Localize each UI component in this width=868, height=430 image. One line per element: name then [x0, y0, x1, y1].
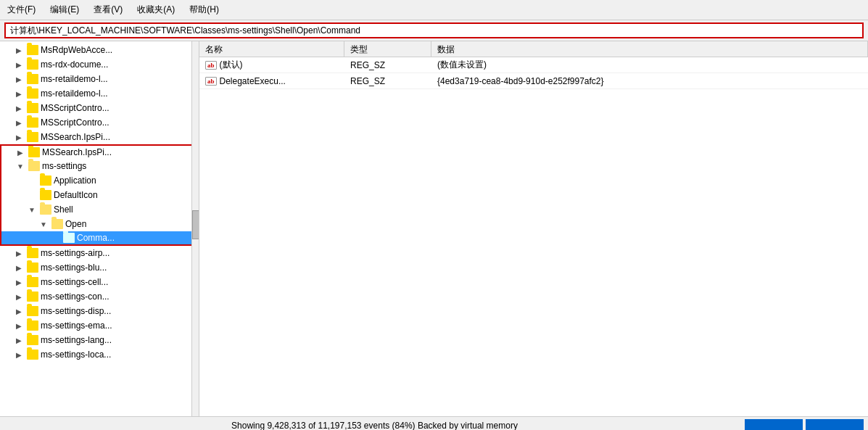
folder-icon [27, 117, 38, 128]
expand-btn-shell[interactable]: ▼ [26, 204, 38, 215]
tree-item-cell[interactable]: ▶ ms-settings-cell... [0, 275, 199, 289]
tree-item-mssettings[interactable]: ▼ ms-settings [0, 159, 199, 173]
expand-btn[interactable]: ▶ [13, 334, 25, 346]
item-label: ms-retaildemo-l... [41, 88, 108, 99]
tree-item-loca[interactable]: ▶ ms-settings-loca... [0, 347, 199, 362]
menu-edit[interactable]: 编辑(E) [47, 2, 82, 17]
tree-item-msscript2[interactable]: ▶ MSScriptContro... [0, 115, 199, 130]
menu-file[interactable]: 文件(F) [4, 2, 38, 17]
expand-btn[interactable]: ▶ [13, 88, 25, 99]
folder-icon [27, 103, 38, 113]
registry-rows: ab (默认) REG_SZ (数值未设置) ab DelegateExecu.… [199, 57, 868, 416]
reg-name-label: (默认) [220, 59, 243, 71]
expand-btn[interactable]: ▶ [13, 291, 25, 302]
folder-icon [27, 277, 38, 287]
tree-item-mssearch1[interactable]: ▶ MSSearch.IpsPi... [0, 130, 199, 144]
tree-item-blue[interactable]: ▶ ms-settings-blu... [0, 260, 199, 275]
status-button-2[interactable] [806, 419, 864, 431]
folder-icon-mssettings [28, 161, 40, 171]
expand-btn-mssettings[interactable]: ▼ [15, 160, 26, 172]
registry-header: 名称 类型 数据 [199, 41, 868, 57]
address-bar [0, 20, 868, 41]
tree-item-disp[interactable]: ▶ ms-settings-disp... [0, 304, 199, 318]
item-label: ms-settings-airp... [41, 248, 109, 258]
tree-item-msretail2[interactable]: ▶ ms-retaildemo-l... [0, 86, 199, 101]
tree-item-application[interactable]: Application [0, 173, 199, 188]
item-label-shell: Shell [54, 204, 73, 215]
expand-btn-spacer [26, 175, 38, 186]
reg-row-default[interactable]: ab (默认) REG_SZ (数值未设置) [199, 57, 868, 73]
ab-icon: ab [205, 61, 217, 70]
folder-icon [27, 292, 38, 302]
item-label: ms-settings-loca... [41, 350, 111, 360]
reg-row-delegate[interactable]: ab DelegateExecu... REG_SZ {4ed3a719-cea… [199, 73, 868, 89]
status-bar: Showing 9,428,313 of 11,197,153 events (… [0, 416, 868, 430]
folder-icon-defaulticon [40, 190, 51, 200]
tree-item-defaulticon[interactable]: DefaultIcon [0, 188, 199, 202]
expand-btn[interactable]: ▶ [13, 247, 25, 259]
item-label: ms-settings-lang... [41, 335, 112, 345]
folder-icon [27, 350, 38, 360]
tree-item-msrdx[interactable]: ▶ ms-rdx-docume... [0, 57, 199, 72]
folder-icon [27, 74, 38, 84]
tree-item-shell[interactable]: ▼ Shell [0, 202, 199, 217]
reg-cell-type-default: REG_SZ [344, 59, 431, 72]
expand-btn[interactable]: ▶ [13, 305, 25, 317]
tree-item-mssearch2[interactable]: ▶ MSSearch.IpsPi... [0, 144, 199, 159]
item-label: ms-settings-blu... [41, 262, 107, 273]
col-header-data: 数据 [431, 41, 868, 57]
tree-item-con[interactable]: ▶ ms-settings-con... [0, 289, 199, 304]
folder-icon [27, 59, 38, 70]
expand-btn[interactable]: ▶ [13, 59, 25, 70]
menu-view[interactable]: 查看(V) [91, 2, 125, 17]
address-input[interactable] [4, 22, 864, 38]
item-label: MSScriptContro... [41, 103, 109, 113]
expand-btn[interactable]: ▶ [13, 262, 25, 273]
sidebar-scrollbar[interactable] [191, 41, 199, 416]
expand-btn[interactable]: ▶ [13, 73, 25, 85]
tree-container: ▶ MsRdpWebAcce... ▶ ms-rdx-docume... ▶ m… [0, 41, 199, 363]
tree-item-msretail1[interactable]: ▶ ms-retaildemo-l... [0, 72, 199, 86]
folder-icon-application [40, 175, 51, 186]
reg-cell-name-default: ab (默认) [199, 57, 344, 73]
expand-btn[interactable]: ▶ [13, 117, 25, 128]
status-button[interactable] [745, 419, 803, 431]
menu-favorites[interactable]: 收藏夹(A) [134, 2, 178, 17]
tree-item-lang[interactable]: ▶ ms-settings-lang... [0, 333, 199, 347]
item-label: ms-settings-disp... [41, 306, 111, 316]
reg-name-label: DelegateExecu... [220, 76, 286, 86]
tree-item-msrdp[interactable]: ▶ MsRdpWebAcce... [0, 43, 199, 57]
menu-bar: 文件(F) 编辑(E) 查看(V) 收藏夹(A) 帮助(H) [0, 0, 868, 20]
item-label: ms-rdx-docume... [41, 59, 108, 70]
tree-item-command[interactable]: Comma... [0, 231, 199, 246]
expand-btn[interactable]: ▶ [13, 102, 25, 114]
expand-btn-open[interactable]: ▼ [38, 218, 49, 230]
item-label: ms-settings-con... [41, 292, 109, 302]
reg-cell-data-default: (数值未设置) [431, 57, 868, 73]
item-label-defaulticon: DefaultIcon [54, 190, 98, 200]
folder-icon [27, 321, 38, 331]
tree-item-ema[interactable]: ▶ ms-settings-ema... [0, 318, 199, 333]
folder-icon-command [63, 233, 75, 243]
registry-values-panel: 名称 类型 数据 ab (默认) REG_SZ (数值未设置) ab Deleg… [199, 41, 868, 416]
item-label: ms-settings-cell... [41, 277, 108, 287]
reg-cell-type-delegate: REG_SZ [344, 75, 431, 88]
expand-btn[interactable]: ▶ [15, 146, 26, 158]
sidebar-scroll[interactable]: ▶ MsRdpWebAcce... ▶ ms-rdx-docume... ▶ m… [0, 41, 199, 416]
expand-btn-spacer [26, 189, 38, 201]
folder-icon [27, 88, 38, 99]
expand-btn[interactable]: ▶ [13, 349, 25, 360]
tree-item-airp[interactable]: ▶ ms-settings-airp... [0, 246, 199, 260]
item-label-open: Open [65, 219, 86, 229]
expand-btn[interactable]: ▶ [13, 320, 25, 331]
menu-help[interactable]: 帮助(H) [186, 2, 222, 17]
tree-item-msscript1[interactable]: ▶ MSScriptContro... [0, 101, 199, 115]
expand-btn[interactable]: ▶ [13, 131, 25, 143]
expand-btn[interactable]: ▶ [13, 44, 25, 56]
expand-btn[interactable]: ▶ [13, 276, 25, 288]
sidebar-scrollbar-thumb[interactable] [192, 210, 199, 239]
registry-tree-panel: ▶ MsRdpWebAcce... ▶ ms-rdx-docume... ▶ m… [0, 41, 199, 416]
tree-item-open[interactable]: ▼ Open [0, 217, 199, 231]
item-label: ms-retaildemo-l... [41, 74, 108, 84]
folder-icon-shell [40, 204, 51, 215]
